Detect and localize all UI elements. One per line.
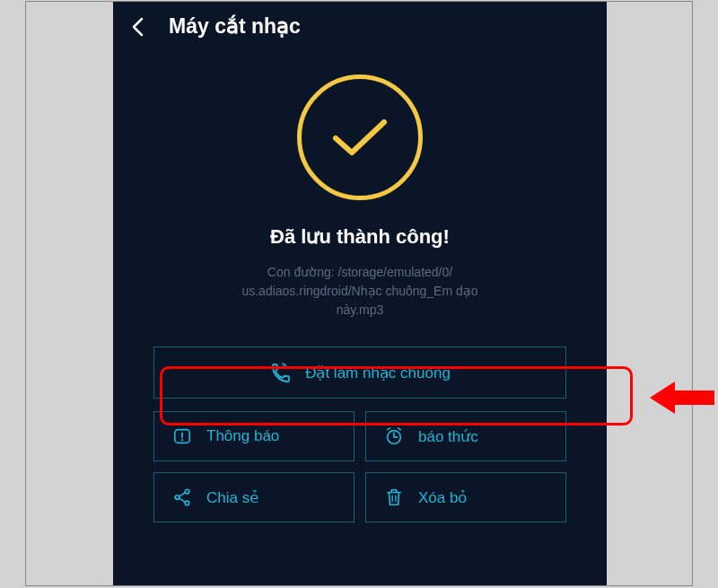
app-header: Máy cắt nhạc — [113, 2, 607, 48]
phone-screen: Máy cắt nhạc Đã lưu thành công! Con đườn… — [113, 2, 607, 585]
file-path: Con đường: /storage/emulated/0/ us.adiao… — [241, 263, 477, 320]
share-label: Chia sẻ — [206, 488, 258, 507]
trash-icon — [384, 487, 404, 507]
svg-line-12 — [179, 498, 185, 503]
page-title: Máy cắt nhạc — [169, 14, 301, 39]
success-content: Đã lưu thành công! Con đường: /storage/e… — [113, 48, 607, 533]
svg-marker-15 — [650, 382, 714, 414]
delete-button[interactable]: Xóa bỏ — [365, 472, 566, 522]
delete-label: Xóa bỏ — [418, 488, 467, 507]
success-circle — [297, 75, 423, 200]
action-row-2: Chia sẻ Xóa bỏ — [153, 472, 566, 522]
set-ringtone-button[interactable]: Đặt làm nhạc chuông — [153, 347, 566, 399]
notification-icon — [172, 426, 192, 446]
svg-line-6 — [388, 428, 390, 430]
phone-icon — [269, 362, 291, 383]
set-ringtone-label: Đặt làm nhạc chuông — [305, 364, 451, 382]
notification-button[interactable]: Thông báo — [153, 411, 355, 461]
actions-container: Đặt làm nhạc chuông Thông báo — [149, 347, 571, 533]
alarm-button[interactable]: báo thức — [365, 411, 566, 461]
success-message: Đã lưu thành công! — [270, 225, 450, 249]
svg-point-2 — [181, 439, 183, 441]
share-icon — [172, 487, 192, 507]
alarm-label: báo thức — [418, 427, 478, 446]
action-row-1: Thông báo báo thức — [153, 411, 566, 461]
back-icon[interactable] — [131, 17, 144, 37]
svg-line-11 — [179, 493, 185, 497]
notification-label: Thông báo — [206, 427, 279, 445]
checkmark-icon — [328, 115, 391, 160]
tutorial-arrow-icon — [650, 380, 714, 416]
svg-line-7 — [398, 428, 401, 430]
alarm-icon — [384, 426, 404, 446]
share-button[interactable]: Chia sẻ — [153, 472, 355, 522]
tutorial-frame: Máy cắt nhạc Đã lưu thành công! Con đườn… — [25, 1, 693, 586]
